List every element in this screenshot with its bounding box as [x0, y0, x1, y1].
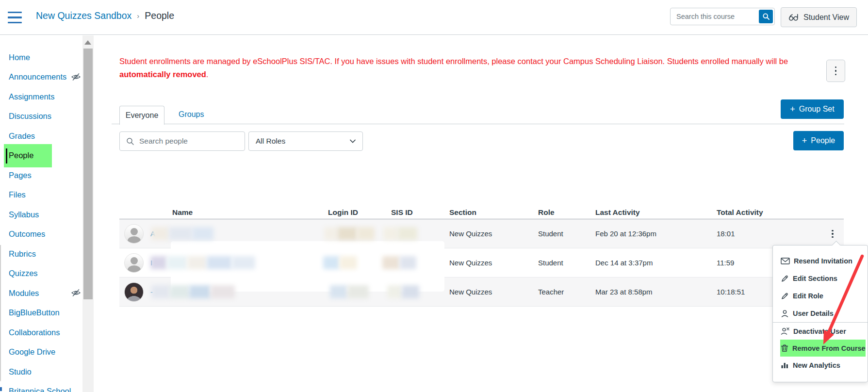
sidebar-item-assignments[interactable]: Assignments	[0, 87, 82, 107]
scrollbar-thumb[interactable]	[83, 49, 93, 299]
roles-filter-select[interactable]: All Roles	[248, 131, 363, 151]
last-activity-cell: Dec 14 at 3:37pm	[590, 259, 712, 267]
menu-item-deactivate-user[interactable]: Deactivate User	[773, 323, 868, 340]
course-search	[670, 8, 775, 25]
redacted-text-blob	[338, 227, 357, 240]
column-header-sis-id: SIS ID	[386, 208, 444, 217]
role-cell: Student	[533, 229, 590, 238]
add-people-button[interactable]: + People	[793, 131, 844, 150]
menu-item-user-details[interactable]: User Details	[773, 305, 868, 322]
tab-everyone[interactable]: Everyone	[119, 106, 164, 125]
hamburger-menu-icon[interactable]	[8, 12, 22, 23]
add-group-set-button[interactable]: + Group Set	[781, 99, 844, 119]
redacted-text-blob	[167, 256, 187, 269]
sidebar-item-syllabus[interactable]: Syllabus	[0, 205, 82, 225]
redacted-text-blob	[170, 285, 189, 298]
redacted-text-blob	[383, 227, 398, 240]
avatar[interactable]	[124, 282, 144, 302]
tab-groups[interactable]: Groups	[179, 110, 204, 119]
redacted-text-blob	[232, 256, 255, 269]
hidden-eye-icon	[71, 73, 81, 81]
sidebar-item-studio[interactable]: Studio	[0, 362, 82, 382]
redacted-text-blob	[187, 256, 207, 269]
redacted-text-blob	[151, 227, 169, 240]
sidebar-item-people[interactable]: People	[0, 146, 82, 166]
section-cell: New Quizzes	[444, 229, 533, 238]
student-view-label: Student View	[803, 13, 849, 22]
chevron-down-icon	[350, 139, 356, 143]
last-activity-cell: Feb 20 at 12:36pm	[590, 229, 712, 238]
avatar[interactable]	[124, 253, 144, 273]
menu-item-remove-from-course[interactable]: Remove From Course	[780, 340, 866, 357]
plus-icon: +	[802, 136, 807, 146]
menu-item-edit-sections[interactable]: Edit Sections	[773, 270, 868, 287]
section-cell: New Quizzes	[444, 259, 533, 267]
redacted-text-blob	[330, 285, 347, 298]
section-cell: New Quizzes	[444, 288, 533, 296]
sidebar-item-collaborations[interactable]: Collaborations	[0, 323, 82, 343]
roles-filter-value: All Roles	[256, 137, 285, 146]
avatar[interactable]	[124, 224, 144, 244]
column-header-last-activity: Last Activity	[590, 208, 712, 217]
menu-item-resend-invitation[interactable]: Resend Invitation	[773, 252, 868, 270]
roster-rows: New Quizzes Student Feb 20 at 12:36pm 18…	[119, 219, 844, 307]
sidebar-item-rubrics[interactable]: Rubrics	[0, 244, 82, 264]
page-options-kebab-button[interactable]	[826, 60, 845, 82]
breadcrumb-course-link[interactable]: New Quizzes Sandbox	[36, 10, 131, 21]
redacted-text-blob	[398, 227, 417, 240]
envelope-icon	[781, 258, 790, 264]
breadcrumb-separator: ›	[137, 12, 139, 20]
menu-item-new-analytics[interactable]: New Analytics	[773, 357, 868, 374]
sidebar-item-announcements[interactable]: Announcements	[0, 67, 82, 87]
course-search-input[interactable]	[671, 13, 759, 20]
top-bar: New Quizzes Sandbox › People Student Vie…	[0, 0, 868, 35]
menu-item-edit-role[interactable]: Edit Role	[773, 287, 868, 305]
pencil-icon	[781, 275, 789, 283]
sidebar-item-modules[interactable]: Modules	[0, 283, 82, 303]
redacted-text-blob	[211, 285, 235, 298]
sidebar-item-bigbluebutton[interactable]: BigBlueButton	[0, 303, 82, 323]
last-activity-cell: Mar 23 at 8:58pm	[590, 288, 712, 296]
active-item-indicator	[6, 148, 7, 163]
sidebar-item-home[interactable]: Home	[0, 48, 82, 67]
breadcrumb: New Quizzes Sandbox › People	[36, 10, 174, 21]
sidebar-item-google-drive[interactable]: Google Drive	[0, 343, 82, 362]
breadcrumb-current-page: People	[145, 10, 174, 21]
user-icon	[781, 310, 789, 318]
redacted-text-blob	[347, 285, 369, 298]
redacted-text-blob	[400, 256, 416, 269]
canvas-people-page: New Quizzes Sandbox › People Student Vie…	[0, 0, 868, 392]
redacted-text-blob	[323, 256, 340, 269]
tab-bar-divider	[112, 124, 844, 124]
sidebar-scrollbar[interactable]	[82, 35, 94, 392]
search-icon	[126, 137, 134, 146]
role-cell: Student	[533, 259, 590, 267]
people-search	[119, 131, 245, 151]
enrollment-warning-text: Student enrollments are managed by eScho…	[119, 55, 808, 81]
column-header-role: Role	[533, 208, 590, 217]
sidebar-item-outcomes[interactable]: Outcomes	[0, 225, 82, 245]
redaction-blur-band	[171, 241, 444, 258]
sidebar-item-files[interactable]: Files	[0, 185, 82, 205]
redacted-text-blob	[324, 227, 338, 240]
people-search-input[interactable]	[139, 137, 245, 146]
course-navigation: Home Announcements Assignments Discussio…	[0, 48, 82, 392]
plus-icon: +	[790, 104, 795, 114]
redacted-text-blob	[151, 285, 170, 298]
redacted-text-blob	[169, 227, 192, 240]
redacted-text-blob	[207, 256, 232, 269]
redacted-text-blob	[402, 285, 419, 298]
sidebar-item-grades[interactable]: Grades	[0, 126, 82, 146]
sidebar-item-pages[interactable]: Pages	[0, 165, 82, 185]
student-view-button[interactable]: Student View	[781, 7, 857, 27]
row-options-kebab-button[interactable]	[828, 229, 837, 238]
scrollbar-up-arrow-icon[interactable]	[84, 40, 91, 45]
redacted-text-blob	[150, 256, 167, 269]
redacted-text-blob	[357, 227, 375, 240]
sidebar-item-discussions[interactable]: Discussions	[0, 107, 82, 127]
total-activity-cell: 18:01	[712, 229, 826, 238]
column-header-login-id: Login ID	[323, 208, 386, 217]
course-search-button[interactable]	[759, 10, 773, 23]
sidebar-item-quizzes[interactable]: Quizzes	[0, 264, 82, 284]
sidebar-item-britannica-school[interactable]: Britannica School	[0, 382, 82, 392]
